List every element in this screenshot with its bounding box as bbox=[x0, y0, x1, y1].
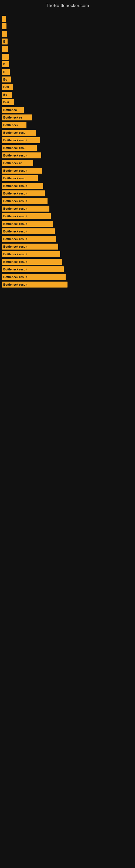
bar-label: Bottleneck resu bbox=[3, 146, 26, 150]
bar-label: Bo bbox=[3, 93, 7, 96]
bar-row bbox=[2, 16, 135, 22]
bar-row: Bottleneck result bbox=[2, 137, 135, 143]
bar: B bbox=[2, 38, 8, 44]
bar-label: Bottleneck result bbox=[3, 154, 27, 157]
bar: Bottleneck result bbox=[2, 267, 64, 272]
bar-label: Bottleneck result bbox=[3, 252, 27, 256]
bar-row: Bottlenec bbox=[2, 107, 135, 113]
bar-row: Bottleneck result bbox=[2, 251, 135, 257]
bar-row: Bottleneck result bbox=[2, 198, 135, 204]
bar: Bo bbox=[2, 92, 12, 98]
bar: Bottleneck result bbox=[2, 167, 42, 174]
site-title: TheBottlenecker.com bbox=[0, 0, 135, 10]
bar: Bottlenec bbox=[2, 107, 24, 113]
bar-label: Bottleneck result bbox=[3, 169, 27, 172]
bar bbox=[2, 23, 6, 29]
bar: Bottleneck result bbox=[2, 228, 55, 235]
bar-row: Bottleneck result bbox=[2, 236, 135, 242]
bar-label: Bottleneck result bbox=[3, 260, 27, 264]
bar-label: Bottleneck result bbox=[3, 230, 27, 233]
bar bbox=[2, 46, 8, 52]
bar-row bbox=[2, 46, 135, 52]
bar-label: Bottleneck result bbox=[3, 268, 27, 271]
bar-row: Bottleneck result bbox=[2, 206, 135, 212]
bar-row: Bottleneck resu bbox=[2, 175, 135, 181]
bar-row: Bottleneck bbox=[2, 122, 135, 128]
bar-row: Bottleneck resu bbox=[2, 130, 135, 135]
bar: Bottleneck result bbox=[2, 137, 40, 143]
bar-row: Bottleneck result bbox=[2, 267, 135, 272]
bar: Bottleneck result bbox=[2, 259, 62, 265]
bar-row: Bottleneck result bbox=[2, 213, 135, 219]
bar-row: Bottleneck result bbox=[2, 221, 135, 227]
bar: Bottleneck result bbox=[2, 183, 43, 189]
bar bbox=[2, 31, 7, 37]
bar-row: Bottleneck result bbox=[2, 190, 135, 196]
bar bbox=[2, 16, 6, 22]
bar: Bottleneck re bbox=[2, 115, 32, 120]
bar-label: Bottleneck result bbox=[3, 245, 27, 248]
bar-label: Bottleneck resu bbox=[3, 131, 26, 134]
bar: B bbox=[2, 69, 10, 75]
bar: Bottleneck result bbox=[2, 274, 65, 280]
bar-row: Bottleneck result bbox=[2, 259, 135, 265]
bar-row: Bottleneck result bbox=[2, 274, 135, 280]
bar: Bottleneck result bbox=[2, 221, 53, 227]
bar-row bbox=[2, 23, 135, 29]
bar-label: Bottlenec bbox=[3, 108, 17, 112]
bar-label: B bbox=[3, 63, 5, 66]
bar-row: B bbox=[2, 69, 135, 75]
bar-label: Bottleneck result bbox=[3, 199, 27, 203]
bar-row: Bottleneck result bbox=[2, 244, 135, 250]
bar-label: Bott bbox=[3, 86, 9, 89]
bar-label: Bottleneck result bbox=[3, 237, 27, 241]
bar-row: Bottleneck re bbox=[2, 160, 135, 166]
bar-label: Bott bbox=[3, 101, 9, 104]
bar-label: Bottleneck result bbox=[3, 138, 27, 142]
bar: Bottleneck result bbox=[2, 251, 60, 257]
bar: Bottleneck bbox=[2, 122, 27, 128]
bar: B bbox=[2, 61, 9, 67]
bar-row bbox=[2, 31, 135, 37]
bar: Bottleneck result bbox=[2, 282, 68, 287]
bar: Bottleneck result bbox=[2, 198, 48, 204]
bar-row: Bottleneck result bbox=[2, 167, 135, 174]
bar: Bott bbox=[2, 99, 14, 105]
bar-row: B bbox=[2, 61, 135, 67]
bar-row: Bottleneck result bbox=[2, 282, 135, 287]
bar-label: Bottleneck result bbox=[3, 283, 27, 286]
bar-row: Bottleneck result bbox=[2, 152, 135, 158]
bar-row: Bott bbox=[2, 99, 135, 105]
bar-row: Bottleneck result bbox=[2, 183, 135, 189]
bar-row: Bottleneck result bbox=[2, 228, 135, 235]
bars-container: BBBBoBottBoBottBottlenecBottleneck reBot… bbox=[0, 10, 135, 289]
bar-label: Bo bbox=[3, 78, 7, 81]
bar: Bottleneck result bbox=[2, 190, 45, 196]
bar bbox=[2, 54, 9, 60]
bar: Bottleneck result bbox=[2, 152, 41, 158]
bar-label: Bottleneck re bbox=[3, 161, 22, 165]
bar: Bottleneck resu bbox=[2, 145, 37, 151]
bar: Bottleneck resu bbox=[2, 175, 38, 181]
bar: Bottleneck result bbox=[2, 236, 56, 242]
bar-label: Bottleneck result bbox=[3, 207, 27, 210]
bar-label: Bottleneck result bbox=[3, 222, 27, 225]
bar-label: Bottleneck bbox=[3, 123, 18, 127]
bar-label: B bbox=[3, 70, 5, 73]
bar: Bottleneck result bbox=[2, 244, 58, 250]
bar-label: Bottleneck re bbox=[3, 116, 22, 119]
bar-label: Bottleneck result bbox=[3, 184, 27, 187]
bar-row: Bo bbox=[2, 92, 135, 98]
bar-row: Bott bbox=[2, 84, 135, 90]
bar-row: Bottleneck resu bbox=[2, 145, 135, 151]
bar-label: Bottleneck result bbox=[3, 275, 27, 279]
bar-row: Bottleneck re bbox=[2, 115, 135, 120]
bar: Bottleneck result bbox=[2, 213, 51, 219]
bar: Bott bbox=[2, 84, 13, 90]
page-container: TheBottlenecker.com BBBBoBottBoBottBottl… bbox=[0, 0, 135, 868]
bar: Bo bbox=[2, 76, 11, 83]
bar-row bbox=[2, 54, 135, 60]
bar: Bottleneck re bbox=[2, 160, 33, 166]
bar-label: Bottleneck result bbox=[3, 215, 27, 218]
bar-row: B bbox=[2, 38, 135, 44]
